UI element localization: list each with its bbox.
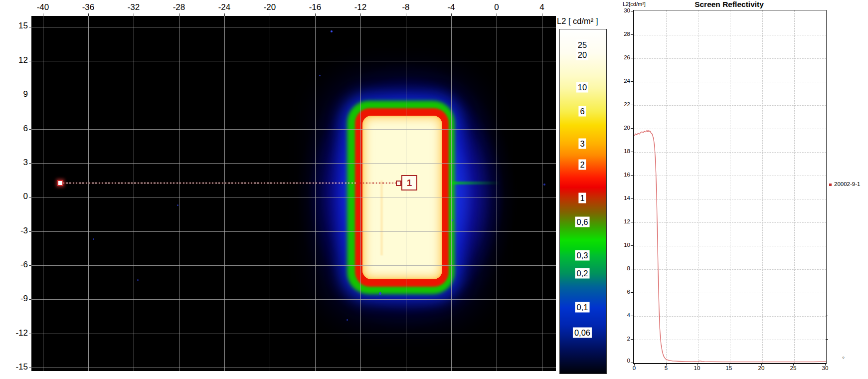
colorbar-tick: 6 xyxy=(578,106,586,117)
chart-x-tick: 10 xyxy=(694,365,700,371)
chart-tick-mark xyxy=(761,363,762,366)
legend-marker xyxy=(829,184,832,186)
core-artifact-stripe xyxy=(380,181,383,255)
heatmap-x-tick: -24 xyxy=(218,2,231,12)
chart-tick-mark xyxy=(825,363,826,366)
chart-x-tick: 15 xyxy=(726,365,732,371)
colorbar-tick: 0,2 xyxy=(575,268,590,279)
chart-y-tick: 8 xyxy=(614,265,630,271)
heatmap-x-tick: -32 xyxy=(128,2,140,12)
colorbar-tick: 10 xyxy=(576,82,588,93)
chart-tick-mark xyxy=(631,58,633,58)
chart-y-tick: 16 xyxy=(614,172,630,178)
gridline xyxy=(497,16,497,371)
gridline xyxy=(31,129,556,130)
colorbar-tick: 0,06 xyxy=(573,328,592,338)
chart-y-tick: 30 xyxy=(614,7,630,13)
noise-speckle xyxy=(319,75,321,76)
chart-tick-mark xyxy=(631,11,633,11)
heatmap-y-tick: 6 xyxy=(4,124,28,134)
profile-marker-line xyxy=(356,183,397,184)
colorbar-tick: 20 xyxy=(576,50,588,60)
heatmap-y-tick: -12 xyxy=(4,328,28,338)
legend-series-label[interactable]: 20002-9-1 xyxy=(834,181,860,187)
heatmap-y-tick: 3 xyxy=(4,158,28,168)
noise-speckle xyxy=(379,292,381,295)
gridline xyxy=(270,16,270,371)
profile-marker-end-handle[interactable] xyxy=(396,181,401,186)
gridline xyxy=(31,299,556,300)
noise-speckle xyxy=(93,238,94,240)
chart-y-tick: 12 xyxy=(614,218,630,224)
heatmap-plot-area[interactable]: 1 xyxy=(31,16,556,371)
degree-symbol: ° xyxy=(842,355,845,363)
gridline xyxy=(31,265,556,266)
noise-speckle xyxy=(137,279,139,281)
gridline xyxy=(31,197,556,197)
gridline xyxy=(31,27,556,27)
heatmap-x-tick: -28 xyxy=(173,2,185,12)
heatmap-x-tick: -12 xyxy=(354,2,367,12)
gridline xyxy=(179,16,179,371)
reflectivity-curve xyxy=(634,10,826,363)
chart-tick-mark xyxy=(631,198,633,199)
heatmap-x-tick: -36 xyxy=(82,2,95,12)
gridline xyxy=(224,16,225,371)
chart-x-tick: 30 xyxy=(822,365,829,371)
gridline xyxy=(451,16,452,371)
heatmap-y-tick: -3 xyxy=(4,226,28,236)
heatmap-y-tick: 12 xyxy=(4,55,28,65)
chart-y-tick: 24 xyxy=(614,78,630,84)
luminance-measurement-screen: -40 -36 -32 -28 -24 -20 -16 -12 -8 -4 0 … xyxy=(0,0,868,379)
heatmap-y-tick: 15 xyxy=(4,21,28,31)
chart-y-tick: 22 xyxy=(614,101,630,107)
chart-y-tick: 18 xyxy=(614,148,630,154)
colorbar-tick: 1 xyxy=(578,193,586,203)
gridline xyxy=(31,61,556,61)
chart-tick-mark xyxy=(631,128,633,129)
noise-speckle xyxy=(543,184,545,186)
bright-core-region xyxy=(362,116,442,279)
chart-tick-mark xyxy=(631,292,633,293)
gridline xyxy=(315,16,316,371)
gridline xyxy=(31,95,556,95)
profile-marker-start-handle[interactable] xyxy=(57,180,63,186)
reflectivity-chart-title: Screen Reflectivity xyxy=(633,0,825,9)
chart-x-tick: 25 xyxy=(790,365,797,371)
gridline xyxy=(542,16,542,371)
gridline xyxy=(31,231,556,232)
chart-tick-mark xyxy=(631,316,633,316)
chart-y-tick: 14 xyxy=(614,195,630,201)
heatmap-y-tick: -9 xyxy=(4,294,28,304)
chart-y-tick: 28 xyxy=(614,31,630,37)
chart-tick-mark xyxy=(697,363,697,366)
chart-y-tick: 10 xyxy=(614,242,630,248)
gridline xyxy=(31,368,556,368)
colorbar-title: L2 [ cd/m² ] xyxy=(557,16,598,26)
chart-tick-mark xyxy=(631,363,633,363)
colorbar-tick: 0,3 xyxy=(575,250,590,261)
chart-y-tick: 4 xyxy=(614,312,630,318)
gridline xyxy=(406,16,406,371)
chart-y-tick: 20 xyxy=(614,125,630,131)
heatmap-y-tick: -6 xyxy=(4,260,28,270)
heatmap-x-tick: -20 xyxy=(264,2,276,12)
chart-tick-mark xyxy=(631,339,633,340)
gridline xyxy=(360,16,361,371)
chart-tick-mark xyxy=(826,316,828,316)
chart-y-tick: 6 xyxy=(614,289,630,295)
chart-tick-mark xyxy=(631,175,633,176)
chart-y-tick: 0 xyxy=(614,358,630,364)
reflectivity-plot-area[interactable] xyxy=(633,10,827,364)
gridline xyxy=(31,334,556,334)
gridline xyxy=(43,16,43,371)
chart-y-tick: 2 xyxy=(614,336,630,342)
chart-tick-mark xyxy=(631,105,633,105)
chart-x-tick: 5 xyxy=(665,365,668,371)
chart-tick-mark xyxy=(793,363,794,366)
chart-tick-mark xyxy=(631,222,633,222)
profile-marker-label[interactable]: 1 xyxy=(401,175,417,190)
colorbar-tick: 25 xyxy=(576,40,588,50)
heatmap-y-tick: 9 xyxy=(4,89,28,99)
heatmap-x-tick: -40 xyxy=(37,2,49,12)
